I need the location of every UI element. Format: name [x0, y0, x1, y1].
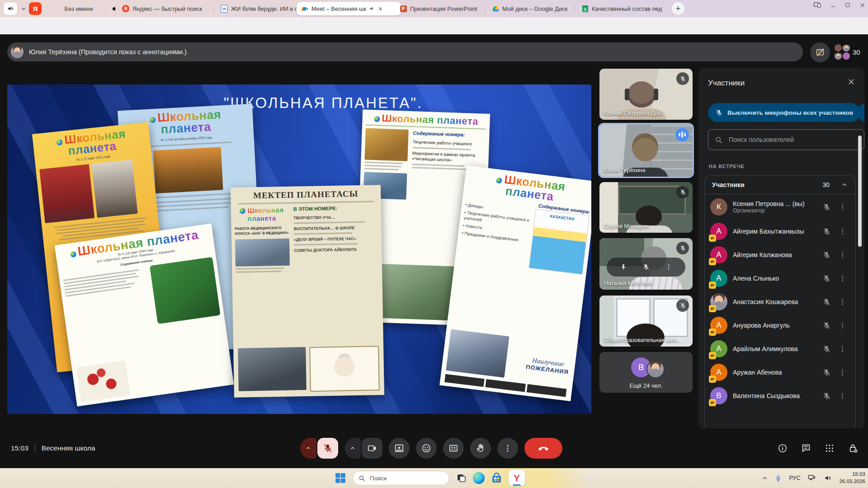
more-options-button[interactable]	[839, 298, 849, 306]
whiteboard-off-button[interactable]	[810, 42, 830, 62]
raise-hand-button[interactable]	[470, 438, 491, 459]
newspaper-cover-right: Школьнаяпланета Содержание номера: • Дек…	[439, 165, 591, 401]
participants-group-header[interactable]: Участники 30	[705, 176, 855, 194]
tab-untitled[interactable]: Без имени	[43, 2, 120, 15]
more-options-icon[interactable]	[665, 263, 672, 271]
yandex-browser-taskbar-icon[interactable]: Y	[509, 470, 525, 486]
tray-mic-icon[interactable]	[775, 474, 782, 482]
more-options-button[interactable]	[839, 322, 849, 329]
tab-powerpoint[interactable]: P Презентация PowerPoint	[395, 2, 494, 15]
mic-muted-button[interactable]	[317, 438, 338, 459]
pin-icon[interactable]	[620, 263, 627, 271]
mic-off-icon[interactable]	[822, 251, 833, 259]
presentation-slide[interactable]: "ШКОЛЬНАЯ ПЛАНЕТА". Школьнаяпланета № 1 …	[7, 84, 591, 414]
search-input[interactable]	[728, 136, 834, 144]
emoji-icon	[421, 443, 431, 453]
reactions-button[interactable]	[416, 438, 437, 459]
chevron-down-icon[interactable]	[19, 2, 28, 15]
video-tile-natalya[interactable]: Наталья Киселева	[599, 238, 693, 290]
new-tab-button[interactable]: +	[672, 2, 684, 15]
participant-row: А Айгерим Бахытжанкызы	[705, 220, 855, 243]
taskbar-clock[interactable]: 15:03 26.03.2026	[839, 471, 865, 485]
mic-off-icon[interactable]	[822, 345, 833, 353]
more-options-button[interactable]	[839, 369, 849, 376]
close-icon[interactable]	[859, 2, 865, 8]
mic-off-icon[interactable]	[822, 203, 833, 211]
captions-button[interactable]	[443, 438, 464, 459]
tab-label: Мой диск – Google Диск	[502, 5, 567, 12]
more-options-button[interactable]	[839, 203, 849, 211]
mic-off-badge	[676, 72, 689, 85]
mic-off-icon[interactable]	[822, 368, 833, 377]
yandex-logo-button[interactable]: Я	[29, 2, 42, 15]
tab-audio-button[interactable]	[4, 2, 17, 15]
start-button[interactable]	[335, 472, 346, 484]
more-options-button[interactable]	[839, 251, 849, 259]
tab-meet-active[interactable]: Meet – Весенняя шк	[297, 2, 401, 15]
edge-icon[interactable]	[473, 472, 485, 484]
host-controls-lock-icon[interactable]	[848, 443, 858, 453]
video-tile-school[interactable]: Общеобразовательная шко...	[599, 296, 693, 347]
chevron-up-icon[interactable]	[841, 182, 848, 188]
tab-sheets[interactable]: Качественный состав пед	[577, 2, 675, 15]
tab-calendar[interactable]: 26 ЖИ білім беруде. ИИ в об	[216, 2, 303, 15]
tab-yandex-search[interactable]: Я Яндекс — быстрый поиск	[118, 2, 219, 15]
participant-search[interactable]	[708, 129, 864, 150]
panel-overflow-button[interactable]	[857, 103, 864, 122]
microsoft-store-icon[interactable]	[491, 473, 502, 484]
mic-off-icon[interactable]	[822, 321, 833, 330]
minimize-icon[interactable]	[830, 2, 836, 8]
more-options-button[interactable]	[839, 275, 849, 282]
calendar-favicon: 26	[221, 5, 228, 12]
mic-off-icon[interactable]	[822, 298, 833, 306]
mic-off-badge	[676, 299, 689, 312]
present-icon	[394, 443, 404, 453]
avatar: К	[710, 198, 727, 216]
participant-row: А Арайлым Алимкулова	[705, 337, 855, 361]
camera-off-badge	[709, 375, 716, 383]
meeting-details-icon[interactable]	[778, 443, 788, 453]
section-label: НА ВСТРЕЧЕ	[709, 164, 745, 169]
more-options-button[interactable]	[839, 345, 849, 353]
end-call-button[interactable]	[524, 438, 562, 459]
hand-icon	[476, 443, 486, 453]
tab-close-icon[interactable]	[378, 6, 383, 11]
panel-scrollbar[interactable]	[858, 136, 862, 247]
speaker-icon	[7, 5, 14, 12]
more-options-button[interactable]	[497, 438, 518, 459]
maximize-icon[interactable]	[845, 2, 850, 8]
video-tile-ksenia[interactable]: Ксения Петровна Цой	[599, 69, 693, 120]
avatar: А	[710, 270, 727, 287]
tab-label: Яндекс — быстрый поиск	[132, 5, 202, 12]
volume-icon[interactable]	[824, 474, 832, 482]
panel-close-button[interactable]	[847, 78, 855, 86]
camera-off-badge	[709, 352, 716, 359]
tray-chevron-icon[interactable]	[762, 475, 768, 481]
present-screen-button[interactable]	[389, 438, 410, 459]
participants-count-button[interactable]: 30	[835, 44, 860, 60]
mic-off-icon[interactable]	[822, 274, 833, 283]
mic-options-chevron[interactable]	[300, 438, 316, 459]
language-indicator[interactable]: РУС	[789, 475, 800, 481]
more-options-button[interactable]	[839, 228, 849, 235]
tab-drive[interactable]: Мой диск – Google Диск	[487, 2, 583, 15]
tile-name: Юлия Терёхина	[604, 167, 645, 174]
mic-off-icon[interactable]	[822, 392, 833, 400]
cc-icon	[448, 443, 458, 453]
mic-off-icon[interactable]	[822, 227, 833, 236]
more-options-icon	[503, 444, 512, 453]
mute-all-button[interactable]: Выключить микрофоны всех участников	[708, 103, 860, 122]
activities-grid-icon[interactable]	[825, 443, 835, 453]
video-tile-yulia-speaking[interactable]: Юлия Терёхина	[598, 123, 694, 178]
chat-icon[interactable]	[801, 443, 811, 453]
camera-button[interactable]	[362, 438, 382, 459]
more-options-button[interactable]	[839, 392, 849, 400]
video-tile-more-people[interactable]: В Ещё 24 чел.	[599, 352, 693, 393]
network-icon[interactable]	[807, 474, 816, 482]
camera-options-chevron[interactable]	[344, 438, 361, 459]
task-view-icon[interactable]	[456, 473, 467, 483]
mic-off-icon[interactable]	[642, 263, 650, 271]
browser-panel-icon[interactable]	[814, 2, 821, 8]
video-tile-sergey[interactable]: Сергей Мисюрин	[599, 182, 693, 233]
taskbar-search[interactable]: Поиск	[353, 471, 449, 485]
